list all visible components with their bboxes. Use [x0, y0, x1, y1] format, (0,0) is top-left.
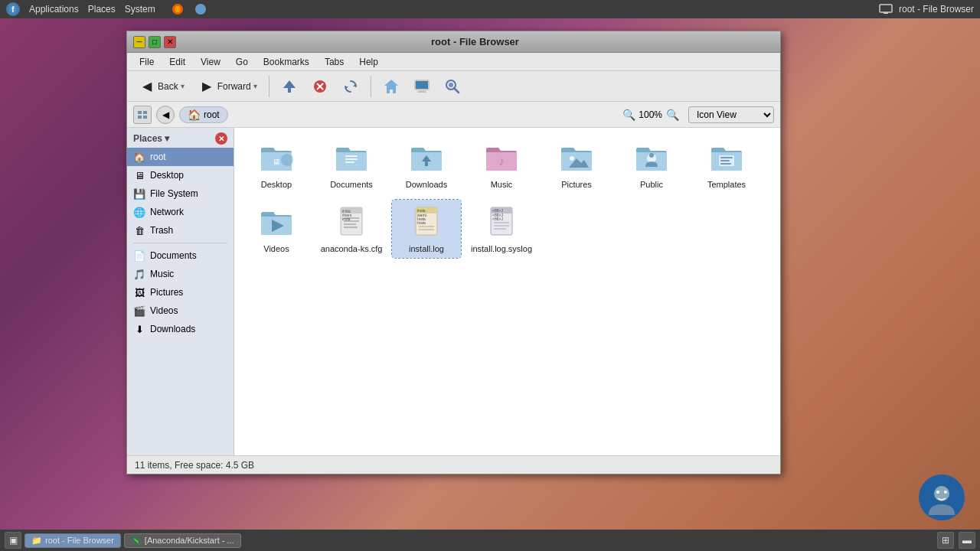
taskbar-left-icons: ▣ — [5, 532, 21, 549]
search-button[interactable] — [439, 75, 466, 98]
stop-button[interactable] — [306, 75, 334, 98]
folder-pictures-label: Pictures — [561, 180, 592, 189]
toolbar-sep-1 — [269, 76, 270, 97]
folder-music[interactable]: ♪ Music — [467, 135, 536, 194]
maximize-button[interactable]: □ — [149, 36, 161, 48]
computer-toolbar-icon — [413, 78, 430, 95]
menu-bookmarks[interactable]: Bookmarks — [257, 55, 315, 69]
svg-rect-4 — [884, 12, 888, 14]
toggle-view-button[interactable] — [133, 106, 152, 124]
top-panel: f Applications Places System root - File… — [0, 0, 980, 18]
home-button[interactable] — [377, 75, 405, 98]
pictures-icon-side: 🖼 — [133, 286, 145, 298]
svg-point-2 — [195, 4, 206, 15]
screen-icon[interactable] — [879, 2, 893, 16]
sidebar-item-pictures-label: Pictures — [150, 287, 183, 298]
sidebar-item-documents-label: Documents — [150, 250, 197, 261]
taskbar-show-desktop-button[interactable]: ▬ — [959, 532, 975, 549]
taskbar-item-file-browser[interactable]: 📁 root - File Browser — [24, 533, 121, 548]
svg-rect-31 — [138, 111, 142, 114]
desktop-icon-side: 🖥 — [133, 169, 145, 181]
location-text: root — [204, 109, 220, 120]
sidebar-item-music[interactable]: 🎵 Music — [127, 265, 234, 283]
breadcrumb-back-button[interactable]: ◀ — [156, 106, 175, 124]
username-label: root - File Browser — [899, 4, 974, 15]
minimize-button[interactable]: ─ — [133, 36, 145, 48]
sidebar-item-root[interactable]: 🏠 root — [127, 148, 234, 166]
folder-templates-label: Templates — [707, 180, 746, 189]
taskbar-item-anaconda[interactable]: 🦎 [Anaconda/Kickstart - ... — [124, 533, 241, 548]
menu-help[interactable]: Help — [353, 55, 384, 69]
menu-edit[interactable]: Edit — [163, 55, 191, 69]
sidebar-item-documents[interactable]: 📄 Documents — [127, 246, 234, 265]
places-menu[interactable]: Places — [88, 4, 116, 15]
sidebar-item-desktop[interactable]: 🖥 Desktop — [127, 166, 234, 184]
sidebar-item-downloads-label: Downloads — [150, 324, 195, 334]
taskbar-fb-icon: 📁 — [31, 536, 42, 546]
folder-templates-icon — [708, 140, 745, 177]
menu-view[interactable]: View — [194, 55, 227, 69]
trash-icon-side: 🗑 — [133, 224, 145, 236]
home-toolbar-icon — [383, 78, 400, 95]
location-pill[interactable]: 🏠 root — [179, 106, 228, 123]
folder-desktop[interactable]: 🖥 Desktop — [242, 135, 311, 194]
close-button[interactable]: ✕ — [164, 36, 176, 48]
music-icon-side: 🎵 — [133, 268, 145, 280]
svg-point-1 — [175, 6, 181, 12]
install-log-label: install.log — [409, 244, 444, 253]
window-titlebar: ─ □ ✕ root - File Browser — [127, 31, 780, 53]
file-install-log[interactable]: insta warni Insta Insta install.log — [392, 200, 461, 258]
sidebar-item-trash[interactable]: 🗑 Trash — [127, 221, 234, 240]
menu-file[interactable]: File — [133, 55, 160, 69]
folder-documents-icon — [333, 140, 370, 177]
folder-templates[interactable]: Templates — [692, 135, 761, 194]
folder-downloads[interactable]: Downloads — [392, 135, 461, 194]
menu-go[interactable]: Go — [230, 55, 254, 69]
back-label: Back — [158, 81, 178, 92]
folder-pictures[interactable]: Pictures — [542, 135, 611, 194]
zoom-in-button[interactable]: 🔍 — [665, 108, 679, 122]
system-menu[interactable]: System — [125, 4, 155, 15]
sidebar-item-pictures[interactable]: 🖼 Pictures — [127, 283, 234, 302]
folder-documents[interactable]: Documents — [317, 135, 386, 194]
sidebar-item-music-label: Music — [150, 269, 174, 279]
sidebar-close-button[interactable]: ✕ — [215, 132, 227, 145]
up-button[interactable] — [276, 75, 303, 98]
svg-text:Insta: Insta — [417, 220, 426, 225]
taskbar-icon-show-desktop[interactable]: ▣ — [5, 532, 21, 549]
reload-button[interactable] — [337, 75, 364, 98]
svg-rect-37 — [345, 155, 358, 157]
forward-button[interactable]: ▶ Forward ▾ — [193, 75, 263, 98]
folder-videos-icon — [258, 204, 295, 241]
taskbar-window-list-button[interactable]: ⊞ — [937, 532, 954, 549]
root-icon: 🏠 — [133, 151, 145, 163]
zoom-level: 100% — [639, 109, 662, 120]
sidebar-item-root-label: root — [150, 152, 166, 162]
computer-button[interactable] — [408, 75, 436, 98]
folder-videos[interactable]: Videos — [242, 200, 311, 258]
sidebar-item-network[interactable]: 🌐 Network — [127, 203, 234, 221]
folder-public[interactable]: Public — [617, 135, 686, 194]
back-button[interactable]: ◀ Back ▾ — [133, 75, 190, 98]
file-anaconda-cfg[interactable]: # Kic #vers insta anaconda-ks.cfg — [317, 200, 386, 258]
menubar: File Edit View Go Bookmarks Tabs Help — [127, 53, 780, 71]
panel-icon-2[interactable] — [194, 2, 207, 16]
search-icon — [444, 78, 461, 95]
menu-tabs[interactable]: Tabs — [318, 55, 350, 69]
avatar-widget[interactable] — [919, 474, 965, 520]
svg-marker-17 — [283, 80, 296, 93]
view-mode-selector[interactable]: Icon View List View Compact View — [688, 106, 774, 123]
top-panel-left: f Applications Places System — [6, 2, 155, 16]
sidebar-item-videos[interactable]: 🎬 Videos — [127, 302, 234, 320]
statusbar: 11 items, Free space: 4.5 GB — [127, 455, 780, 474]
sidebar-item-downloads[interactable]: ⬇ Downloads — [127, 320, 234, 338]
firefox-icon[interactable] — [171, 2, 185, 16]
svg-point-35 — [281, 154, 293, 166]
applications-menu[interactable]: Applications — [29, 4, 79, 15]
file-install-log-syslog[interactable]: <86>J <86>J <86>J install.log.syslog — [467, 200, 536, 258]
filesystem-icon: 💾 — [133, 187, 145, 200]
svg-text:🖥: 🖥 — [273, 158, 280, 166]
sidebar-item-filesystem[interactable]: 💾 File System — [127, 184, 234, 203]
zoom-out-button[interactable]: 🔍 — [622, 108, 635, 122]
svg-rect-27 — [417, 91, 426, 93]
